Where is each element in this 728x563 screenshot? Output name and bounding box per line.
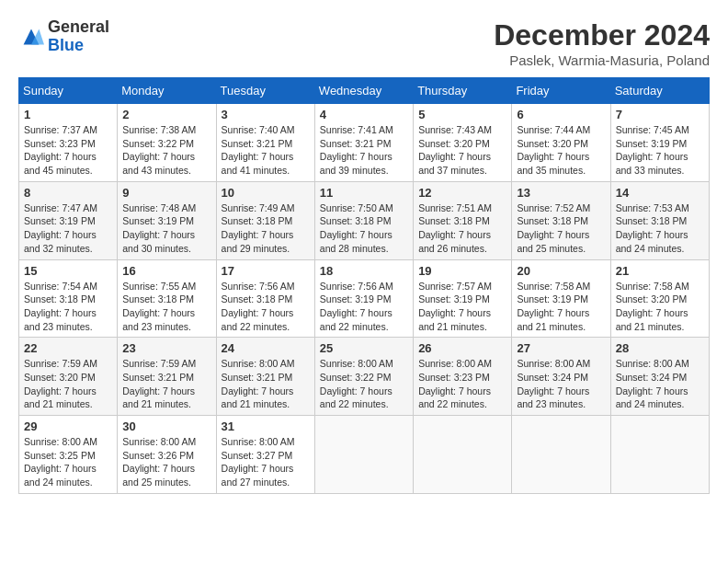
- day-cell: 22 Sunrise: 7:59 AMSunset: 3:20 PMDaylig…: [19, 338, 118, 416]
- page-header: General Blue December 2024 Paslek, Warmi…: [18, 18, 710, 68]
- day-cell: 21 Sunrise: 7:58 AMSunset: 3:20 PMDaylig…: [610, 259, 709, 338]
- day-number: 1: [24, 108, 112, 121]
- day-cell: 9 Sunrise: 7:48 AMSunset: 3:19 PMDayligh…: [118, 181, 216, 259]
- day-cell: [512, 416, 610, 494]
- day-number: 6: [517, 108, 605, 121]
- day-info: Sunrise: 8:00 AMSunset: 3:23 PMDaylight:…: [418, 357, 506, 411]
- day-cell: [414, 416, 512, 494]
- day-number: 17: [222, 264, 310, 278]
- day-header-saturday: Saturday: [610, 78, 709, 104]
- day-number: 25: [320, 341, 408, 355]
- day-cell: [314, 416, 413, 494]
- day-number: 2: [122, 108, 210, 121]
- day-info: Sunrise: 7:48 AMSunset: 3:19 PMDaylight:…: [122, 201, 210, 256]
- day-info: Sunrise: 7:58 AMSunset: 3:19 PMDaylight:…: [517, 280, 605, 334]
- day-number: 30: [122, 419, 210, 433]
- day-cell: [610, 416, 709, 494]
- day-cell: 5 Sunrise: 7:43 AMSunset: 3:20 PMDayligh…: [414, 104, 512, 182]
- day-number: 10: [222, 186, 310, 200]
- day-info: Sunrise: 7:41 AMSunset: 3:21 PMDaylight:…: [320, 123, 408, 178]
- day-info: Sunrise: 7:55 AMSunset: 3:18 PMDaylight:…: [122, 280, 210, 334]
- header-row: SundayMondayTuesdayWednesdayThursdayFrid…: [19, 78, 710, 104]
- day-cell: 3 Sunrise: 7:40 AMSunset: 3:21 PMDayligh…: [216, 104, 314, 182]
- day-cell: 14 Sunrise: 7:53 AMSunset: 3:18 PMDaylig…: [610, 181, 709, 259]
- day-header-monday: Monday: [118, 78, 216, 104]
- day-header-friday: Friday: [512, 78, 610, 104]
- day-number: 27: [517, 341, 605, 355]
- week-row-4: 22 Sunrise: 7:59 AMSunset: 3:20 PMDaylig…: [19, 338, 710, 416]
- day-header-tuesday: Tuesday: [216, 78, 314, 104]
- day-number: 16: [122, 264, 210, 278]
- day-number: 21: [616, 264, 704, 278]
- day-cell: 28 Sunrise: 8:00 AMSunset: 3:24 PMDaylig…: [610, 338, 709, 416]
- day-info: Sunrise: 7:59 AMSunset: 3:20 PMDaylight:…: [24, 357, 112, 411]
- day-info: Sunrise: 7:57 AMSunset: 3:19 PMDaylight:…: [418, 280, 506, 334]
- day-header-sunday: Sunday: [19, 78, 118, 104]
- calendar-table: SundayMondayTuesdayWednesdayThursdayFrid…: [18, 77, 710, 494]
- location-subtitle: Paslek, Warmia-Masuria, Poland: [494, 52, 710, 68]
- day-number: 5: [418, 108, 506, 121]
- day-cell: 30 Sunrise: 8:00 AMSunset: 3:26 PMDaylig…: [118, 416, 216, 494]
- day-number: 14: [616, 186, 704, 200]
- week-row-5: 29 Sunrise: 8:00 AMSunset: 3:25 PMDaylig…: [19, 416, 710, 494]
- day-number: 11: [320, 186, 408, 200]
- day-cell: 7 Sunrise: 7:45 AMSunset: 3:19 PMDayligh…: [610, 104, 709, 182]
- day-info: Sunrise: 7:56 AMSunset: 3:18 PMDaylight:…: [222, 280, 310, 334]
- day-number: 26: [418, 341, 506, 355]
- day-cell: 8 Sunrise: 7:47 AMSunset: 3:19 PMDayligh…: [19, 181, 118, 259]
- day-number: 7: [616, 108, 704, 121]
- day-cell: 24 Sunrise: 8:00 AMSunset: 3:21 PMDaylig…: [216, 338, 314, 416]
- day-cell: 23 Sunrise: 7:59 AMSunset: 3:21 PMDaylig…: [118, 338, 216, 416]
- day-number: 4: [320, 108, 408, 121]
- day-info: Sunrise: 7:49 AMSunset: 3:18 PMDaylight:…: [222, 201, 310, 256]
- day-number: 24: [222, 341, 310, 355]
- day-info: Sunrise: 7:44 AMSunset: 3:20 PMDaylight:…: [517, 123, 605, 178]
- day-cell: 4 Sunrise: 7:41 AMSunset: 3:21 PMDayligh…: [314, 104, 413, 182]
- day-cell: 20 Sunrise: 7:58 AMSunset: 3:19 PMDaylig…: [512, 259, 610, 338]
- day-info: Sunrise: 8:00 AMSunset: 3:24 PMDaylight:…: [616, 357, 704, 411]
- week-row-3: 15 Sunrise: 7:54 AMSunset: 3:18 PMDaylig…: [19, 259, 710, 338]
- day-cell: 2 Sunrise: 7:38 AMSunset: 3:22 PMDayligh…: [118, 104, 216, 182]
- day-info: Sunrise: 7:37 AMSunset: 3:23 PMDaylight:…: [24, 123, 112, 178]
- day-info: Sunrise: 8:00 AMSunset: 3:21 PMDaylight:…: [222, 357, 310, 411]
- day-number: 19: [418, 264, 506, 278]
- day-info: Sunrise: 7:38 AMSunset: 3:22 PMDaylight:…: [122, 123, 210, 178]
- day-info: Sunrise: 7:54 AMSunset: 3:18 PMDaylight:…: [24, 280, 112, 334]
- day-info: Sunrise: 7:56 AMSunset: 3:19 PMDaylight:…: [320, 280, 408, 334]
- day-info: Sunrise: 7:43 AMSunset: 3:20 PMDaylight:…: [418, 123, 506, 178]
- logo-icon: [18, 24, 44, 50]
- day-info: Sunrise: 7:47 AMSunset: 3:19 PMDaylight:…: [24, 201, 112, 256]
- logo-text: General Blue: [48, 18, 109, 55]
- day-number: 28: [616, 341, 704, 355]
- title-block: December 2024 Paslek, Warmia-Masuria, Po…: [494, 18, 710, 68]
- day-info: Sunrise: 7:45 AMSunset: 3:19 PMDaylight:…: [616, 123, 704, 178]
- day-info: Sunrise: 8:00 AMSunset: 3:27 PMDaylight:…: [222, 435, 310, 489]
- logo: General Blue: [18, 18, 109, 55]
- day-cell: 17 Sunrise: 7:56 AMSunset: 3:18 PMDaylig…: [216, 259, 314, 338]
- day-info: Sunrise: 8:00 AMSunset: 3:25 PMDaylight:…: [24, 435, 112, 489]
- day-cell: 26 Sunrise: 8:00 AMSunset: 3:23 PMDaylig…: [414, 338, 512, 416]
- day-cell: 16 Sunrise: 7:55 AMSunset: 3:18 PMDaylig…: [118, 259, 216, 338]
- day-number: 29: [24, 419, 112, 433]
- day-info: Sunrise: 7:59 AMSunset: 3:21 PMDaylight:…: [122, 357, 210, 411]
- day-number: 18: [320, 264, 408, 278]
- day-info: Sunrise: 7:53 AMSunset: 3:18 PMDaylight:…: [616, 201, 704, 256]
- day-cell: 18 Sunrise: 7:56 AMSunset: 3:19 PMDaylig…: [314, 259, 413, 338]
- day-number: 3: [222, 108, 310, 121]
- day-cell: 27 Sunrise: 8:00 AMSunset: 3:24 PMDaylig…: [512, 338, 610, 416]
- day-cell: 25 Sunrise: 8:00 AMSunset: 3:22 PMDaylig…: [314, 338, 413, 416]
- day-info: Sunrise: 7:52 AMSunset: 3:18 PMDaylight:…: [517, 201, 605, 256]
- day-info: Sunrise: 8:00 AMSunset: 3:24 PMDaylight:…: [517, 357, 605, 411]
- day-cell: 11 Sunrise: 7:50 AMSunset: 3:18 PMDaylig…: [314, 181, 413, 259]
- day-info: Sunrise: 7:50 AMSunset: 3:18 PMDaylight:…: [320, 201, 408, 256]
- day-cell: 13 Sunrise: 7:52 AMSunset: 3:18 PMDaylig…: [512, 181, 610, 259]
- day-cell: 6 Sunrise: 7:44 AMSunset: 3:20 PMDayligh…: [512, 104, 610, 182]
- day-number: 13: [517, 186, 605, 200]
- day-number: 12: [418, 186, 506, 200]
- day-cell: 15 Sunrise: 7:54 AMSunset: 3:18 PMDaylig…: [19, 259, 118, 338]
- day-info: Sunrise: 8:00 AMSunset: 3:22 PMDaylight:…: [320, 357, 408, 411]
- day-header-thursday: Thursday: [414, 78, 512, 104]
- day-cell: 1 Sunrise: 7:37 AMSunset: 3:23 PMDayligh…: [19, 104, 118, 182]
- month-title: December 2024: [494, 18, 710, 52]
- day-number: 20: [517, 264, 605, 278]
